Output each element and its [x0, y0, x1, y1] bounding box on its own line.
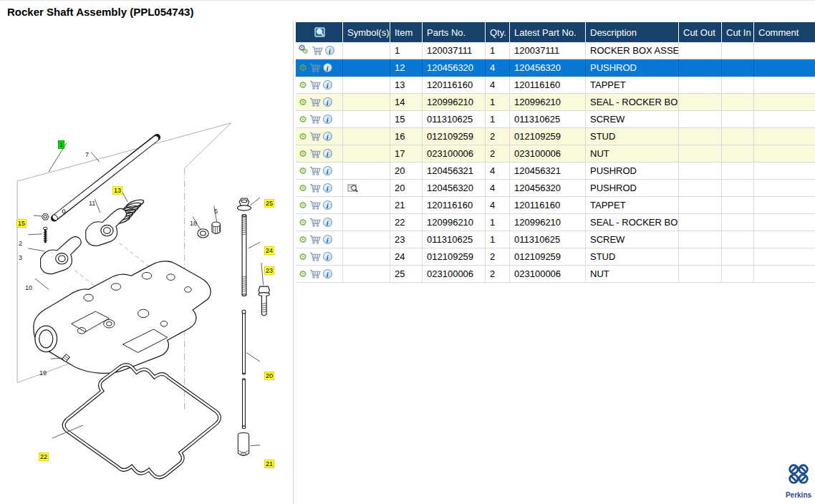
column-header-desc[interactable]: Description	[586, 22, 679, 42]
info-icon[interactable]: i	[323, 235, 332, 244]
gear-icon[interactable]: ⚙	[299, 235, 307, 244]
callout-1-highlighted[interactable]: 1	[59, 141, 64, 148]
cart-icon[interactable]	[309, 200, 321, 210]
cart-icon[interactable]	[309, 132, 321, 141]
info-icon[interactable]: i	[323, 115, 332, 124]
info-icon[interactable]: i	[323, 183, 332, 193]
cart-icon[interactable]	[309, 149, 321, 158]
column-header-symbols[interactable]: Symbol(s)	[343, 22, 390, 42]
gear-icon[interactable]: ⚙	[299, 200, 307, 210]
symbols-cell	[343, 59, 390, 77]
cut-in-cell	[722, 231, 754, 248]
table-row[interactable]: ⚙i121204563204120456320PUSHROD	[296, 59, 815, 77]
column-header-cut_out[interactable]: Cut Out	[679, 22, 722, 42]
cut-out-cell	[679, 180, 722, 197]
info-icon[interactable]: i	[323, 63, 332, 72]
column-header-latest[interactable]: Latest Part No.	[510, 22, 586, 42]
item-cell: 17	[390, 145, 423, 163]
gear-icon[interactable]: ⚙	[299, 183, 307, 193]
gear-icon[interactable]: ⚙	[299, 166, 307, 175]
exploded-view-pane[interactable]: 17131115232551824231019202221	[0, 22, 294, 504]
perkins-logo-icon	[785, 462, 812, 488]
callout-21-highlighted[interactable]: 21	[265, 460, 274, 467]
info-icon[interactable]: i	[325, 46, 334, 55]
callout-15-highlighted[interactable]: 15	[17, 220, 26, 227]
info-icon[interactable]: i	[323, 166, 332, 175]
table-row[interactable]: ⚙i221209962101120996210SEAL - ROCKER BOX	[296, 214, 815, 231]
info-icon[interactable]: i	[323, 200, 332, 210]
gear-icon[interactable]: ⚙	[299, 80, 307, 89]
cart-icon[interactable]	[309, 235, 321, 244]
info-icon[interactable]: i	[323, 149, 332, 158]
table-row[interactable]: ⚙i141209962101120996210SEAL - ROCKER BOX	[296, 94, 815, 111]
callout-23-highlighted[interactable]: 23	[265, 267, 274, 274]
table-row[interactable]: ⚙i230113106251011310625SCREW	[296, 231, 815, 248]
row-actions: ⚙i	[296, 163, 343, 180]
comment-cell	[754, 94, 815, 111]
gears-icon[interactable]: ⚙⚙	[299, 45, 309, 56]
table-row[interactable]: ⚙i250231000062023100006NUT	[296, 266, 815, 283]
comment-cell	[754, 197, 815, 214]
gear-icon[interactable]: ⚙	[299, 218, 307, 227]
info-icon[interactable]: i	[323, 97, 332, 107]
desc-cell: ROCKER BOX ASSEMBLY	[586, 42, 679, 59]
info-icon[interactable]: i	[323, 252, 332, 261]
latest-cell: 120037111	[510, 42, 586, 59]
table-row[interactable]: ⚙i160121092592012109259STUD	[296, 128, 815, 145]
table-row[interactable]: ⚙⚙i11200371111120037111ROCKER BOX ASSEMB…	[296, 42, 815, 59]
callout-22-highlighted[interactable]: 22	[39, 453, 48, 460]
cart-icon[interactable]	[309, 80, 321, 89]
comment-cell	[754, 248, 815, 266]
cart-icon[interactable]	[309, 63, 321, 72]
cart-icon[interactable]	[309, 252, 321, 261]
info-icon[interactable]: i	[323, 132, 332, 141]
table-row[interactable]: ⚙i201204563214120456321PUSHROD	[296, 163, 815, 180]
gear-icon[interactable]: ⚙	[299, 63, 307, 72]
item-cell: 24	[390, 248, 423, 266]
cut-in-cell	[722, 111, 754, 128]
gear-icon[interactable]: ⚙	[299, 149, 307, 158]
table-row[interactable]: ⚙i150113106251011310625SCREW	[296, 111, 815, 128]
symbols-cell[interactable]	[343, 180, 390, 197]
table-row[interactable]: ⚙i170231000062023100006NUT	[296, 145, 815, 163]
gear-icon[interactable]: ⚙	[299, 97, 307, 107]
column-header-parts_no[interactable]: Parts No.	[423, 22, 486, 42]
column-header-preview[interactable]	[296, 22, 343, 42]
column-header-qty[interactable]: Qty.	[486, 22, 510, 42]
callout-5: 5	[213, 208, 218, 215]
info-icon[interactable]: i	[323, 80, 332, 89]
symbols-cell	[343, 197, 390, 214]
column-header-item[interactable]: Item	[390, 22, 423, 42]
table-row[interactable]: ⚙i240121092592012109259STUD	[296, 248, 815, 266]
gear-icon[interactable]: ⚙	[299, 115, 307, 124]
desc-cell: SCREW	[586, 231, 679, 248]
cart-icon[interactable]	[309, 269, 321, 278]
gear-icon[interactable]: ⚙	[299, 132, 307, 141]
parts-cell: 120116160	[423, 77, 486, 94]
latest-cell: 023100006	[510, 145, 586, 163]
cart-icon[interactable]	[309, 97, 321, 107]
table-row[interactable]: ⚙i201204563204120456320PUSHROD	[296, 180, 815, 197]
gear-icon[interactable]: ⚙	[299, 269, 307, 278]
table-row[interactable]: ⚙i131201161604120116160TAPPET	[296, 77, 815, 94]
illustration-link-icon[interactable]	[347, 183, 359, 193]
qty-cell: 4	[486, 163, 510, 180]
table-row[interactable]: ⚙i211201161604120116160TAPPET	[296, 197, 815, 214]
callout-25-highlighted[interactable]: 25	[265, 200, 274, 207]
info-icon[interactable]: i	[323, 269, 332, 278]
cart-icon[interactable]	[309, 115, 321, 124]
gear-icon[interactable]: ⚙	[299, 252, 307, 261]
column-header-cut_in[interactable]: Cut In	[722, 22, 754, 42]
cart-icon[interactable]	[309, 218, 321, 227]
callout-13-highlighted[interactable]: 13	[113, 187, 122, 194]
table-search-icon[interactable]	[314, 27, 327, 38]
parts-cell: 120456320	[423, 59, 486, 77]
column-header-comment[interactable]: Comment	[754, 22, 815, 42]
cart-icon[interactable]	[309, 166, 321, 175]
callout-24-highlighted[interactable]: 24	[265, 247, 274, 254]
cart-icon[interactable]	[309, 183, 321, 193]
cart-icon[interactable]	[312, 46, 323, 55]
callout-20-highlighted[interactable]: 20	[265, 372, 274, 379]
info-icon[interactable]: i	[323, 218, 332, 227]
desc-cell: NUT	[586, 266, 679, 283]
